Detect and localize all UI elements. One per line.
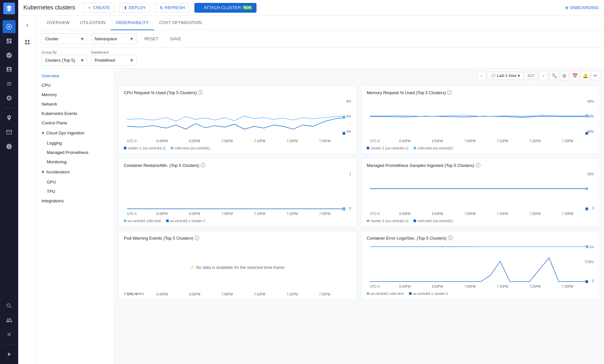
svg-text:7:10PM: 7:10PM <box>254 212 265 215</box>
tab-utilization[interactable]: UTILIZATION <box>75 16 111 30</box>
pod-warning-help-icon[interactable]: ⓘ <box>194 235 199 241</box>
secondary-sidebar <box>18 16 36 364</box>
svg-text:7:10PM: 7:10PM <box>497 284 508 288</box>
nav-item-1[interactable] <box>3 34 16 47</box>
svg-text:0: 0 <box>592 279 594 283</box>
nav-tree-monitoring[interactable]: Monitoring <box>36 157 114 167</box>
nav-tree-logging[interactable]: Logging <box>36 138 114 148</box>
refresh-button[interactable]: ↻ REFRESH <box>155 3 189 13</box>
create-icon: ＋ <box>87 5 92 11</box>
svg-text:7:00PM: 7:00PM <box>464 284 475 288</box>
nav-item-3[interactable] <box>3 63 16 76</box>
main-content: OVERVIEW UTILIZATION OBSERVABILITY COST … <box>36 16 604 364</box>
cpu-help-icon[interactable]: ⓘ <box>198 90 203 96</box>
alert-button[interactable]: 🔔 <box>581 71 590 80</box>
svg-text:50%: 50% <box>587 172 594 176</box>
nav-tree-cpu[interactable]: CPU <box>36 81 114 90</box>
nav-item-6[interactable] <box>3 111 16 124</box>
refresh-icon: ↻ <box>160 5 164 10</box>
svg-text:0.05/s: 0.05/s <box>585 260 594 264</box>
tab-observability[interactable]: OBSERVABILITY <box>111 16 154 30</box>
svg-rect-24 <box>585 132 588 135</box>
sidebar-grid-icon[interactable] <box>21 36 34 49</box>
svg-text:6:40PM: 6:40PM <box>399 139 410 143</box>
memory-help-icon[interactable]: ⓘ <box>447 90 452 96</box>
sidebar-collapse-btn[interactable] <box>21 19 34 32</box>
chart-container-restarts: Container Restarts/Min. (Top 5 Clusters)… <box>118 158 357 227</box>
cluster-dropdown-icon: ▾ <box>81 36 84 42</box>
restarts-help-icon[interactable]: ⓘ <box>201 162 205 169</box>
nav-tree-managed-prometheus[interactable]: Managed Prometheus <box>36 148 114 157</box>
nav-tree-accelerators[interactable]: ▾ Accelerators <box>36 167 114 177</box>
chart-error-logs-legend: us-central1 colin-test us-central1-c clu… <box>367 292 595 295</box>
svg-text:7:30PM: 7:30PM <box>319 212 330 215</box>
nav-bottom-3[interactable] <box>3 328 16 341</box>
nav-tree-gpu[interactable]: GPU <box>36 177 114 187</box>
filter-row2: Group By Clusters (Top 5) ▾ Dashboard Pr… <box>36 48 604 69</box>
time-prev-button[interactable]: ‹ <box>477 71 486 80</box>
time-maximize-button[interactable]: ⊞ <box>560 71 569 80</box>
svg-rect-65 <box>585 280 588 283</box>
save-button[interactable]: SAVE <box>166 34 185 43</box>
app-logo[interactable] <box>3 3 15 14</box>
nav-bottom-2[interactable] <box>3 314 16 327</box>
tab-cost-optimization[interactable]: COST OPTIMIZATION <box>154 16 207 30</box>
nav-tree-k8s-events[interactable]: Kubernetes Events <box>36 109 114 118</box>
nav-item-7[interactable] <box>3 126 16 139</box>
error-logs-help-icon[interactable]: ⓘ <box>448 235 453 241</box>
nav-item-2[interactable] <box>3 49 16 62</box>
edit-button[interactable]: ✏ <box>591 71 600 80</box>
nav-tree-tpu[interactable]: TPU <box>36 187 114 196</box>
svg-text:7:20PM: 7:20PM <box>530 212 541 215</box>
svg-text:6:50PM: 6:50PM <box>432 139 443 143</box>
reset-button[interactable]: RESET <box>140 34 162 43</box>
accelerators-expand-icon[interactable]: ▾ <box>42 169 44 175</box>
deploy-button[interactable]: ⬆ DEPLOY <box>119 3 150 13</box>
chart-restarts-body: 1 0 UTC-4 6:40PM 6:50PM 7:00PM 7:10PM 7:… <box>124 171 352 218</box>
cloud-ops-expand-icon[interactable]: ▾ <box>42 130 44 136</box>
time-next-button[interactable]: › <box>539 71 548 80</box>
nav-bottom-1[interactable] <box>3 299 16 312</box>
svg-text:UTC-4: UTC-4 <box>127 212 137 215</box>
nav-kubernetes[interactable] <box>3 20 16 33</box>
create-button[interactable]: ＋ CREATE <box>83 3 114 13</box>
nav-tree-network[interactable]: Network <box>36 99 114 109</box>
warning-icon: ⚠ <box>190 264 195 270</box>
tab-overview[interactable]: OVERVIEW <box>42 16 75 30</box>
nav-divider-2 <box>4 344 14 345</box>
svg-text:7:30PM: 7:30PM <box>319 293 330 296</box>
attach-cluster-button[interactable]: ⬡ ATTACH CLUSTER NEW <box>194 3 257 13</box>
search-time-button[interactable]: 🔍 <box>549 71 558 80</box>
chart-error-logs-title: Container Error Logs/Sec. (Top 5 Cluster… <box>367 235 595 241</box>
onboarding-button[interactable]: ⊕ ONBOARDING <box>565 5 599 10</box>
nav-item-5[interactable] <box>3 92 16 105</box>
nav-item-4[interactable] <box>3 77 16 90</box>
svg-text:UTC-4: UTC-4 <box>370 212 380 215</box>
nav-tree-control-plane[interactable]: Control Plane <box>36 118 114 128</box>
nav-tree-overview[interactable]: Overview <box>36 71 114 81</box>
namespace-select[interactable]: Namespace ▾ <box>91 33 137 44</box>
time-range-button[interactable]: 🕐 Last 1 hour ▾ <box>487 72 523 80</box>
nav-bottom-arrow[interactable] <box>3 348 16 361</box>
nav-tree-memory[interactable]: Memory <box>36 90 114 99</box>
svg-text:7:00PM: 7:00PM <box>464 139 475 143</box>
cluster-select[interactable]: Cluster ▾ <box>42 33 87 44</box>
group-by-select[interactable]: Clusters (Top 5) ▾ <box>42 55 87 66</box>
chart-prometheus-legend: cluster-1 (us-central1-c) colin-test (us… <box>367 219 595 223</box>
deploy-icon: ⬆ <box>124 5 127 10</box>
dashboard-dropdown-icon: ▾ <box>130 57 133 63</box>
svg-text:1: 1 <box>349 172 351 176</box>
prometheus-help-icon[interactable]: ⓘ <box>476 162 480 169</box>
svg-text:7:00PM: 7:00PM <box>222 293 233 296</box>
svg-text:7:10PM: 7:10PM <box>254 139 265 143</box>
nav-tree-cloud-ops[interactable]: ▾ Cloud Ops Ingestion <box>36 128 114 138</box>
nav-tree-integrations[interactable]: Integrations <box>36 196 114 206</box>
chart-memory-request-title: Memory Request % Used (Top 5 Clusters) ⓘ <box>367 90 595 96</box>
chart-error-logs: Container Error Logs/Sec. (Top 5 Cluster… <box>361 231 600 300</box>
chart-cpu-legend: cluster-1 (us-central1-c) colin-test (us… <box>124 146 352 150</box>
svg-text:UTC-4: UTC-4 <box>370 139 380 143</box>
dashboard-select[interactable]: Predefined ▾ <box>91 55 137 66</box>
calendar-button[interactable]: 📅 <box>570 71 579 80</box>
nav-item-8[interactable] <box>3 140 16 153</box>
svg-text:7:00PM: 7:00PM <box>221 139 232 143</box>
